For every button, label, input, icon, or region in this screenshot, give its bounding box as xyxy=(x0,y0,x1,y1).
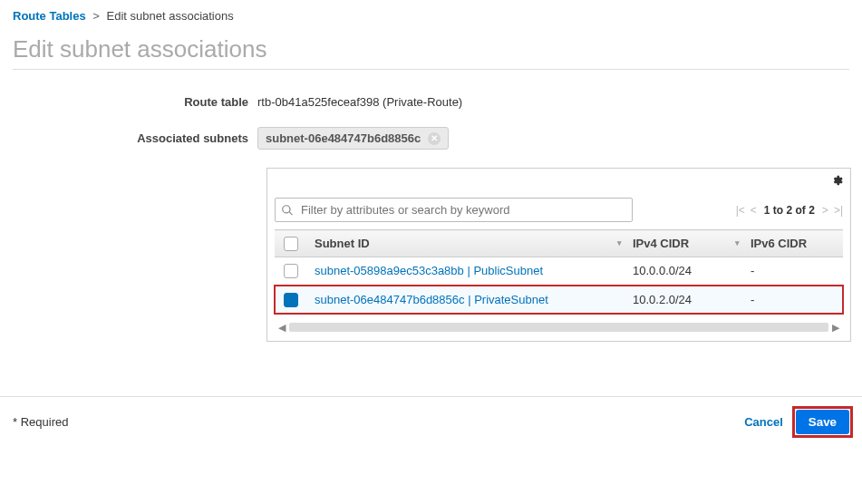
page-title: Edit subnet associations xyxy=(13,35,849,63)
subnets-table: Subnet ID ▾ IPv4 CIDR ▾ IPv6 CIDR subnet… xyxy=(275,229,843,315)
required-note: * Required xyxy=(13,415,68,429)
col-ipv6-label: IPv6 CIDR xyxy=(751,237,807,250)
subnet-link[interactable]: subnet-06e484747b6d8856c | PrivateSubnet xyxy=(315,293,548,306)
route-table-row: Route table rtb-0b41a525feceaf398 (Priva… xyxy=(13,95,849,109)
row-checkbox[interactable] xyxy=(284,293,298,307)
col-ipv4-label: IPv4 CIDR xyxy=(633,237,689,250)
title-divider xyxy=(13,69,849,70)
ipv6-cell: - xyxy=(743,286,843,315)
row-checkbox[interactable] xyxy=(284,264,298,278)
search-box[interactable] xyxy=(275,198,633,222)
sort-icon: ▾ xyxy=(617,238,622,247)
cancel-button[interactable]: Cancel xyxy=(744,415,783,429)
pager: |< < 1 to 2 of 2 > >| xyxy=(736,204,843,217)
breadcrumb-sep: > xyxy=(92,9,100,23)
subnet-link[interactable]: subnet-05898a9ec53c3a8bb | PublicSubnet xyxy=(315,264,543,277)
route-table-value: rtb-0b41a525feceaf398 (Private-Route) xyxy=(257,95,462,109)
close-icon[interactable]: ✕ xyxy=(428,132,441,145)
ipv4-cell: 10.0.2.0/24 xyxy=(625,286,743,315)
scroll-left-icon[interactable]: ◀ xyxy=(275,322,289,334)
scroll-right-icon[interactable]: ▶ xyxy=(828,322,843,334)
select-all-checkbox[interactable] xyxy=(284,237,298,251)
panel-toolbar: |< < 1 to 2 of 2 > >| xyxy=(275,198,843,222)
subnet-chip[interactable]: subnet-06e484747b6d8856c ✕ xyxy=(257,127,449,150)
pager-last-icon[interactable]: >| xyxy=(834,204,843,217)
breadcrumb-root-link[interactable]: Route Tables xyxy=(13,9,86,23)
pager-first-icon[interactable]: |< xyxy=(736,204,745,217)
breadcrumb: Route Tables > Edit subnet associations xyxy=(13,9,849,23)
horizontal-scrollbar[interactable]: ◀ ▶ xyxy=(275,322,843,334)
pager-text: 1 to 2 of 2 xyxy=(764,204,815,217)
col-subnet-id[interactable]: Subnet ID ▾ xyxy=(307,230,625,257)
search-input[interactable] xyxy=(299,202,626,218)
col-ipv6[interactable]: IPv6 CIDR xyxy=(743,230,843,257)
associated-subnets-label: Associated subnets xyxy=(13,131,257,145)
table-row[interactable]: subnet-05898a9ec53c3a8bb | PublicSubnet … xyxy=(275,257,843,286)
gear-icon[interactable] xyxy=(830,174,843,189)
col-subnet-id-label: Subnet ID xyxy=(315,237,370,250)
sort-icon: ▾ xyxy=(735,238,740,247)
col-ipv4[interactable]: IPv4 CIDR ▾ xyxy=(625,230,743,257)
footer: * Required Cancel Save xyxy=(0,396,862,447)
pager-prev-icon[interactable]: < xyxy=(751,204,757,217)
save-button[interactable]: Save xyxy=(796,410,849,434)
associated-subnets-row: Associated subnets subnet-06e484747b6d88… xyxy=(13,127,849,150)
breadcrumb-current: Edit subnet associations xyxy=(107,9,234,23)
subnet-chip-text: subnet-06e484747b6d8856c xyxy=(266,131,421,145)
route-table-label: Route table xyxy=(13,95,257,109)
pager-next-icon[interactable]: > xyxy=(822,204,828,217)
col-checkbox xyxy=(275,230,307,257)
search-icon xyxy=(281,204,294,217)
ipv6-cell: - xyxy=(743,257,843,286)
scroll-track[interactable] xyxy=(289,323,828,332)
table-row[interactable]: subnet-06e484747b6d8856c | PrivateSubnet… xyxy=(275,286,843,315)
ipv4-cell: 10.0.0.0/24 xyxy=(625,257,743,286)
subnets-panel: |< < 1 to 2 of 2 > >| Subnet ID ▾ xyxy=(266,168,851,342)
